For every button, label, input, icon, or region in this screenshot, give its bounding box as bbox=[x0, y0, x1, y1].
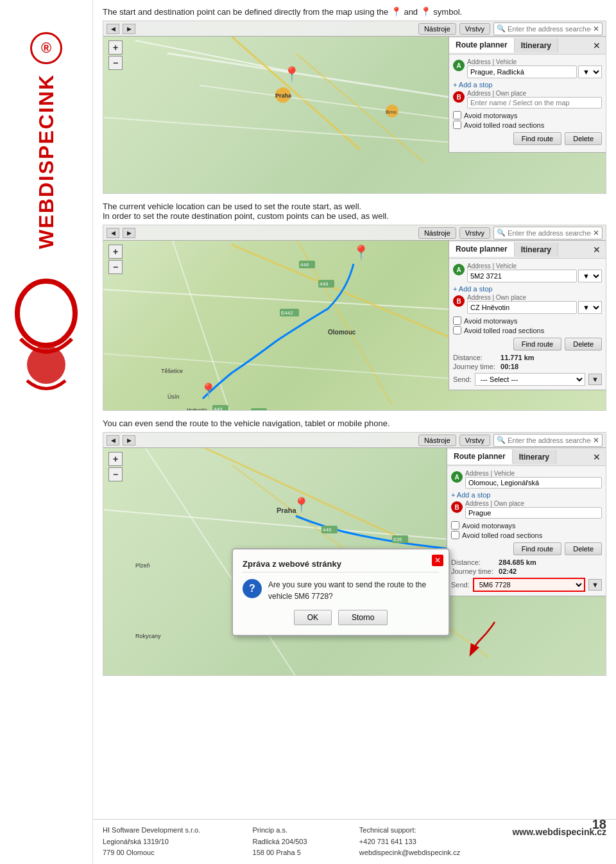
vrstvy-btn-1[interactable]: Vrstvy bbox=[459, 23, 490, 35]
nastroje-btn-2[interactable]: Nástroje bbox=[418, 227, 456, 239]
journey-value-2: 00:18 bbox=[501, 363, 602, 370]
address-label-b-1: Address | Own place bbox=[467, 90, 602, 97]
address-select-b-2[interactable]: ▼ bbox=[578, 301, 602, 314]
panel2-toolbar: ◀ ▶ Nástroje Vrstvy 🔍 ✕ bbox=[103, 225, 606, 241]
footer-address2: Radlická 204/503 bbox=[253, 836, 307, 848]
checkbox-motorways-input-1[interactable] bbox=[453, 111, 461, 119]
journey-label-3: Journey time: bbox=[451, 567, 493, 575]
itinerary-tab-2[interactable]: Itinerary bbox=[515, 243, 558, 257]
search-close-1[interactable]: ✕ bbox=[593, 24, 599, 33]
delete-btn-2[interactable]: Delete bbox=[565, 338, 602, 350]
search-input-3[interactable] bbox=[508, 436, 591, 444]
footer: HI Software Development s.r.o. Legionářs… bbox=[93, 819, 616, 864]
checkbox-tolled-label-3: Avoid tolled road sections bbox=[462, 531, 542, 539]
address-input-b-1[interactable] bbox=[467, 97, 602, 108]
route-panel-header-3: Route planner Itinerary ✕ bbox=[447, 448, 606, 466]
search-close-3[interactable]: ✕ bbox=[593, 436, 599, 445]
zoom-out-btn-2[interactable]: − bbox=[108, 260, 123, 274]
checkbox-tolled-input-1[interactable] bbox=[453, 121, 461, 129]
route-planner-tab-2[interactable]: Route planner bbox=[449, 242, 515, 257]
section3-instruction: You can even send the route to the vehic… bbox=[103, 419, 606, 428]
route-panel-3: Route planner Itinerary ✕ A Address | Ve… bbox=[447, 448, 606, 596]
pin-icon-a: 📍 bbox=[391, 6, 402, 17]
logo-r: ® bbox=[30, 32, 62, 64]
address-select-a-2[interactable]: ▼ bbox=[578, 270, 602, 282]
address-input-a-3[interactable] bbox=[465, 477, 602, 488]
route-info-3: Distance: 284.685 km Journey time: 02:42 bbox=[451, 558, 602, 575]
find-route-btn-1[interactable]: Find route bbox=[513, 132, 562, 145]
zoom-out-btn-3[interactable]: − bbox=[108, 467, 123, 481]
search-close-2[interactable]: ✕ bbox=[593, 229, 599, 238]
add-stop-1[interactable]: + Add a stop bbox=[453, 81, 602, 89]
zoom-in-btn-2[interactable]: + bbox=[108, 245, 123, 259]
nav-back-btn[interactable]: ◀ bbox=[107, 24, 119, 34]
zoom-controls-3: + − bbox=[108, 452, 123, 481]
vrstvy-btn-2[interactable]: Vrstvy bbox=[459, 227, 490, 239]
dialog-storno-btn[interactable]: Storno bbox=[338, 610, 388, 625]
address-input-a-1[interactable] bbox=[467, 65, 577, 78]
checkbox-motorways-input-2[interactable] bbox=[453, 316, 461, 325]
checkbox-motorways-1: Avoid motorways bbox=[453, 111, 602, 119]
zoom-controls-2: + − bbox=[108, 245, 123, 274]
address-label-b-3: Address | Own place bbox=[465, 500, 602, 507]
map-pin-a-1: 📍 bbox=[283, 66, 300, 83]
address-label-a-3: Address | Vehicle bbox=[465, 470, 602, 477]
nav-back-btn-3[interactable]: ◀ bbox=[107, 435, 119, 445]
map-pin-b-2: 📍 bbox=[200, 383, 217, 399]
checkbox-motorways-3: Avoid motorways bbox=[451, 521, 602, 530]
address-select-a-1[interactable]: ▼ bbox=[578, 65, 602, 78]
send-select-2[interactable]: --- Select --- bbox=[475, 373, 585, 386]
nav-back-btn-2[interactable]: ◀ bbox=[107, 228, 119, 238]
footer-col3: Technical support: +420 731 641 133 webd… bbox=[359, 825, 460, 859]
itinerary-tab-3[interactable]: Itinerary bbox=[513, 450, 556, 464]
send-arrow-down[interactable]: ▼ bbox=[588, 374, 602, 385]
send-arrow-down-3[interactable]: ▼ bbox=[588, 579, 602, 591]
dialog-close-btn[interactable]: ✕ bbox=[432, 555, 443, 566]
route-panel-close-2[interactable]: ✕ bbox=[588, 242, 606, 257]
dialog-ok-btn[interactable]: OK bbox=[294, 610, 332, 625]
nastroje-btn-1[interactable]: Nástroje bbox=[418, 23, 456, 35]
route-panel-close-3[interactable]: ✕ bbox=[588, 449, 606, 465]
delete-btn-3[interactable]: Delete bbox=[565, 542, 602, 555]
vrstvy-btn-3[interactable]: Vrstvy bbox=[459, 435, 490, 446]
checkbox-tolled-input-3[interactable] bbox=[451, 531, 459, 539]
address-input-a-2[interactable] bbox=[467, 270, 577, 282]
search-input-2[interactable] bbox=[508, 229, 591, 237]
checkbox-motorways-label-1: Avoid motorways bbox=[464, 112, 518, 119]
itinerary-tab-1[interactable]: Itinerary bbox=[515, 39, 558, 53]
zoom-in-btn-1[interactable]: + bbox=[108, 40, 123, 55]
route-planner-tab-1[interactable]: Route planner bbox=[449, 38, 515, 53]
send-label-2: Send: bbox=[453, 376, 472, 383]
footer-company1: HI Software Development s.r.o. bbox=[103, 825, 200, 836]
distance-label-3: Distance: bbox=[451, 558, 493, 566]
nav-forward-btn-2[interactable]: ▶ bbox=[123, 228, 135, 238]
address-label-a-2: Address | Vehicle bbox=[467, 263, 602, 270]
nav-forward-btn[interactable]: ▶ bbox=[123, 24, 135, 34]
add-stop-3[interactable]: + Add a stop bbox=[451, 491, 602, 499]
checkbox-tolled-label-2: Avoid tolled road sections bbox=[464, 327, 544, 334]
zoom-in-btn-3[interactable]: + bbox=[108, 452, 123, 466]
route-btn-row-3: Find route Delete bbox=[451, 542, 602, 555]
route-panel-2: Route planner Itinerary ✕ A Address | Ve… bbox=[449, 241, 606, 390]
route-planner-tab-3[interactable]: Route planner bbox=[447, 449, 513, 464]
delete-btn-1[interactable]: Delete bbox=[565, 132, 602, 145]
checkbox-tolled-input-2[interactable] bbox=[453, 326, 461, 334]
route-row-b-2: B Address | Own place ▼ bbox=[453, 294, 602, 314]
instruction-text-1: The start and destination point can be d… bbox=[103, 7, 388, 17]
route-panel-close-1[interactable]: ✕ bbox=[588, 38, 606, 53]
find-route-btn-2[interactable]: Find route bbox=[513, 338, 562, 350]
search-input-1[interactable] bbox=[508, 25, 591, 33]
find-route-btn-3[interactable]: Find route bbox=[513, 542, 562, 555]
address-input-b-2[interactable] bbox=[467, 301, 577, 314]
add-stop-2[interactable]: + Add a stop bbox=[453, 285, 602, 293]
distance-value-2: 11.771 km bbox=[501, 354, 602, 361]
send-select-3[interactable]: 5M6 7728 bbox=[473, 578, 585, 592]
address-input-b-3[interactable] bbox=[465, 507, 602, 519]
checkbox-motorways-input-3[interactable] bbox=[451, 521, 459, 530]
zoom-controls-1: + − bbox=[108, 40, 123, 70]
nav-forward-btn-3[interactable]: ▶ bbox=[123, 435, 135, 445]
route-row-a-2: A Address | Vehicle ▼ bbox=[453, 263, 602, 282]
zoom-out-btn-1[interactable]: − bbox=[108, 56, 123, 70]
nastroje-btn-3[interactable]: Nástroje bbox=[418, 435, 456, 446]
footer-city1: 779 00 Olomouc bbox=[103, 847, 200, 859]
